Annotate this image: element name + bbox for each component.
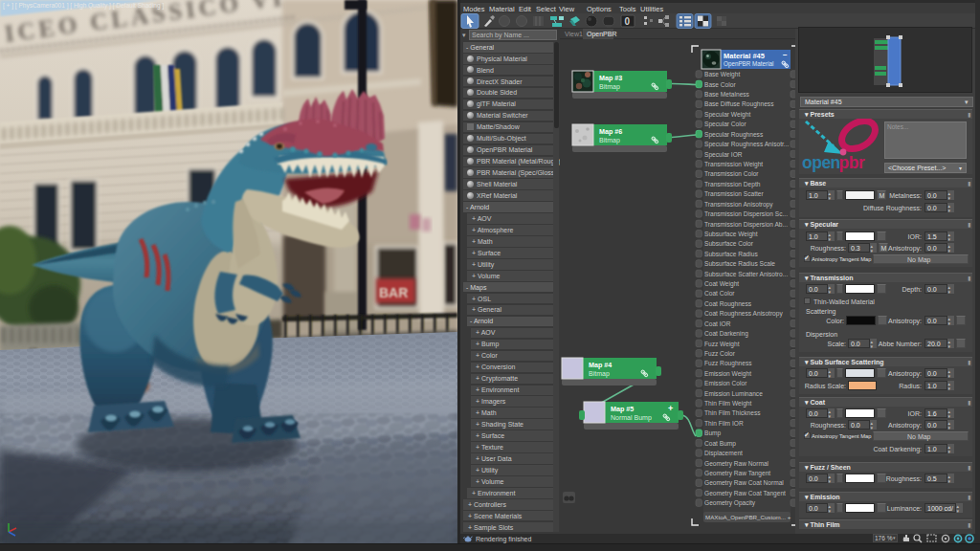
svg-text:Base Color: Base Color [704, 81, 736, 88]
svg-text:Bitmap: Bitmap [589, 370, 610, 378]
svg-text:Normal Bump: Normal Bump [611, 414, 652, 422]
svg-text:Geometry Raw Normal: Geometry Raw Normal [704, 460, 769, 468]
svg-text:Geometry Opacity: Geometry Opacity [704, 499, 756, 507]
svg-text:Base Metalness: Base Metalness [704, 91, 750, 98]
svg-text:pbr: pbr [839, 153, 865, 172]
svg-text:Map #5: Map #5 [611, 405, 634, 413]
svg-text:open: open [802, 153, 840, 172]
svg-text:Bitmap: Bitmap [599, 83, 620, 91]
svg-text:Transmission Weight: Transmission Weight [704, 161, 763, 168]
svg-text:Geometry Raw Coat Tangent: Geometry Raw Coat Tangent [704, 490, 786, 497]
svg-text:Transmission Dispersion Sc...: Transmission Dispersion Sc... [704, 210, 788, 218]
svg-text:Specular IOR: Specular IOR [704, 151, 743, 159]
svg-text:Thin Film Weight: Thin Film Weight [704, 400, 752, 408]
svg-text:Transmission Depth: Transmission Depth [704, 181, 761, 188]
svg-text:0: 0 [625, 16, 631, 27]
svg-text:Base Weight: Base Weight [704, 71, 740, 78]
svg-text:Specular Color: Specular Color [704, 121, 746, 128]
svg-text:Coat IOR: Coat IOR [704, 320, 731, 327]
svg-text:Coat Weight: Coat Weight [704, 280, 739, 288]
svg-text:Subsurface Weight: Subsurface Weight [704, 231, 758, 238]
svg-text:[ + ] [ PhysCamera001 ] [ High: [ + ] [ PhysCamera001 ] [ High Quality ]… [3, 2, 164, 10]
svg-text:Subsurface Radius: Subsurface Radius [704, 251, 758, 257]
svg-text:Specular Weight: Specular Weight [704, 111, 750, 119]
svg-text:Coat Bump: Coat Bump [704, 440, 736, 448]
svg-text:Emission Luminance: Emission Luminance [704, 390, 763, 397]
svg-text:Bump: Bump [704, 430, 722, 437]
svg-text:Specular Roughness: Specular Roughness [704, 131, 764, 139]
svg-text:+: + [668, 404, 673, 413]
svg-text:Transmission Dispersion Ab...: Transmission Dispersion Ab... [704, 221, 788, 229]
svg-text:Coat Roughness: Coat Roughness [704, 300, 752, 308]
svg-text:Transmission Anisotropy: Transmission Anisotropy [704, 201, 773, 209]
svg-text:OpenPBR Material: OpenPBR Material [724, 60, 774, 68]
svg-text:Base Diffuse Roughness: Base Diffuse Roughness [704, 100, 774, 108]
svg-text:Specular Roughness Anisotr...: Specular Roughness Anisotr... [704, 141, 790, 148]
svg-text:MAXtoA_OpenPBR_Custom... +: MAXtoA_OpenPBR_Custom... + [705, 514, 791, 520]
svg-text:Transmission Color: Transmission Color [704, 170, 759, 177]
svg-text:Map #3: Map #3 [599, 74, 622, 82]
svg-text:Coat Darkening: Coat Darkening [704, 330, 748, 338]
svg-text:Material #45: Material #45 [724, 52, 765, 60]
svg-text:BAR: BAR [379, 285, 408, 300]
svg-text:−: − [783, 51, 788, 59]
svg-text:Map #4: Map #4 [589, 361, 612, 369]
svg-text:Fuzz Color: Fuzz Color [704, 350, 736, 357]
svg-text:Transmission Scatter: Transmission Scatter [704, 190, 764, 197]
svg-text:Emission Weight: Emission Weight [704, 370, 751, 378]
svg-text:Geometry Raw Tangent: Geometry Raw Tangent [704, 470, 770, 477]
svg-text:Bitmap: Bitmap [599, 137, 620, 144]
svg-text:Map #6: Map #6 [599, 127, 622, 136]
svg-text:Subsurface Radius Scale: Subsurface Radius Scale [704, 260, 775, 267]
svg-text:Subsurface Scatter Anisotro...: Subsurface Scatter Anisotro... [704, 271, 788, 277]
svg-text:Thin Film Thickness: Thin Film Thickness [704, 409, 761, 416]
svg-text:Coat Color: Coat Color [704, 290, 735, 297]
svg-text:Displacement: Displacement [704, 450, 743, 457]
svg-text:Geometry Raw Coat Normal: Geometry Raw Coat Normal [704, 479, 784, 487]
svg-text:Fuzz Roughness: Fuzz Roughness [704, 360, 752, 367]
